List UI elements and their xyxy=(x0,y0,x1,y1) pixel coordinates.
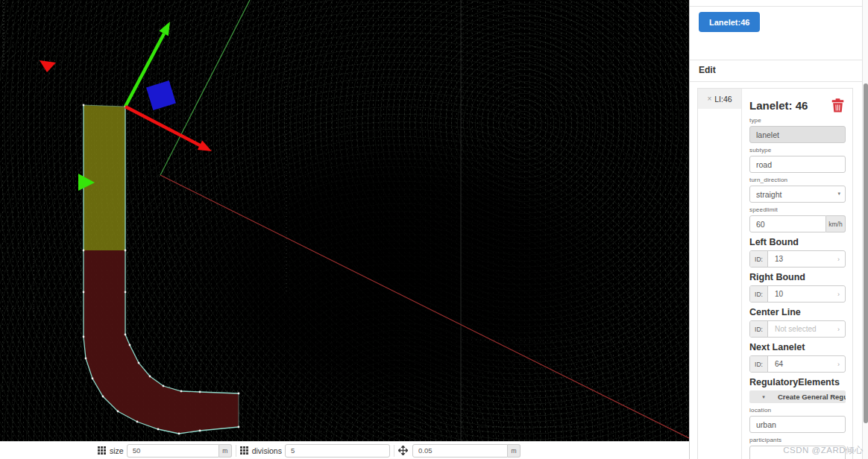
scrollbar-thumb[interactable] xyxy=(864,83,868,423)
move-icon xyxy=(398,446,408,455)
create-regulatory-element-button[interactable]: ▾ Create General RegulatoryEle xyxy=(749,390,846,403)
left-bound-id-value: 13 xyxy=(768,255,837,263)
speedlimit-label: speedlimit xyxy=(749,206,846,213)
chevron-right-icon[interactable]: › xyxy=(837,361,845,368)
map-overlay xyxy=(0,0,689,441)
close-icon[interactable]: × xyxy=(707,95,711,103)
turn-direction-label: turn_direction xyxy=(749,177,846,183)
size-label: size xyxy=(110,446,124,455)
regulatory-elements-heading: RegulatoryElements xyxy=(749,377,846,387)
turn-direction-select[interactable] xyxy=(749,186,846,203)
speedlimit-field[interactable] xyxy=(749,215,826,232)
grid-icon xyxy=(98,446,106,455)
linestring-red[interactable] xyxy=(160,175,689,438)
right-bound-id-row[interactable]: ID: 10 › xyxy=(749,285,846,303)
id-prefix: ID: xyxy=(750,251,768,267)
lanelet-46-highlight[interactable] xyxy=(84,105,125,250)
left-bound-id-row[interactable]: ID: 13 › xyxy=(749,250,846,268)
watermark-text: CSDN @ZARD倾心 xyxy=(783,445,864,456)
tab-label: LI:46 xyxy=(714,95,732,104)
size-unit: m xyxy=(219,444,232,458)
lanelet-curve[interactable] xyxy=(84,250,239,434)
grid-icon xyxy=(240,446,248,455)
right-bound-heading: Right Bound xyxy=(749,272,846,282)
selected-lanelet-chip[interactable]: Lanelet:46 xyxy=(699,12,760,32)
next-lanelet-id-value: 64 xyxy=(768,360,837,368)
subtype-label: subtype xyxy=(749,147,846,153)
caret-down-icon[interactable]: ▾ xyxy=(749,394,778,400)
delete-trash-icon[interactable] xyxy=(830,98,846,113)
next-lanelet-id-row[interactable]: ID: 64 › xyxy=(749,355,846,373)
dotted-horizontal-segment xyxy=(462,340,647,341)
participants-label: participants xyxy=(749,437,846,443)
right-bound-id-value: 10 xyxy=(768,290,837,298)
panel-divider xyxy=(690,81,864,82)
toolbar-separator xyxy=(236,445,236,457)
snap-step-group: m xyxy=(398,442,521,459)
location-label: location xyxy=(749,407,846,414)
panel-divider xyxy=(690,6,864,7)
grid-size-input[interactable] xyxy=(127,444,219,458)
location-field[interactable] xyxy=(749,416,846,433)
center-line-id-placeholder: Not selected xyxy=(768,325,837,333)
toolbar-separator xyxy=(394,445,394,457)
chevron-right-icon[interactable]: › xyxy=(837,291,845,298)
chevron-right-icon[interactable]: › xyxy=(837,256,845,263)
edit-heading: Edit xyxy=(699,65,716,75)
chevron-right-icon[interactable]: › xyxy=(837,326,845,333)
left-bound-heading: Left Bound xyxy=(749,237,846,247)
side-panel: Lanelet:46 Edit × LI:46 Lanelet: 46 xyxy=(689,0,863,459)
grid-size-group: size m xyxy=(98,442,232,459)
lanelet-form: Lanelet: 46 type subtype turn_direction xyxy=(742,89,853,459)
lanelet-editor-app: Lanelet:46 Edit × LI:46 Lanelet: 46 xyxy=(0,0,868,459)
blue-square-marker[interactable] xyxy=(146,80,176,110)
grid-divisions-input[interactable] xyxy=(285,444,390,458)
page-scrollbar[interactable] xyxy=(862,0,868,459)
red-triangle-marker[interactable] xyxy=(40,60,56,72)
right-bound-linestring[interactable] xyxy=(125,107,239,393)
center-line-heading: Center Line xyxy=(749,307,846,317)
subtype-field[interactable] xyxy=(749,156,846,173)
id-prefix: ID: xyxy=(750,286,768,302)
pointcloud-map-canvas[interactable] xyxy=(0,0,689,441)
id-prefix: ID: xyxy=(750,321,768,337)
grid-divisions-group: divisions xyxy=(240,442,390,459)
speedlimit-unit: km/h xyxy=(826,215,846,232)
type-field[interactable] xyxy=(749,126,846,143)
next-lanelet-heading: Next Lanelet xyxy=(749,342,846,352)
snap-unit: m xyxy=(508,444,521,458)
id-prefix: ID: xyxy=(750,356,768,372)
type-label: type xyxy=(749,117,846,124)
gizmo-red-arrow[interactable] xyxy=(125,107,212,151)
snap-step-input[interactable] xyxy=(412,444,508,458)
divisions-label: divisions xyxy=(252,446,282,455)
panel-divider xyxy=(690,60,864,60)
grid-settings-toolbar: size m divisions xyxy=(0,441,689,459)
lanelet-detail-card: × LI:46 Lanelet: 46 type xyxy=(697,88,853,459)
create-regulatory-label: Create General RegulatoryEle xyxy=(778,393,846,401)
tab-lanelet-46[interactable]: × LI:46 xyxy=(698,89,741,109)
detail-tab-column: × LI:46 xyxy=(698,89,742,459)
card-title: Lanelet: 46 xyxy=(749,99,808,112)
center-line-id-row[interactable]: ID: Not selected › xyxy=(749,320,846,338)
